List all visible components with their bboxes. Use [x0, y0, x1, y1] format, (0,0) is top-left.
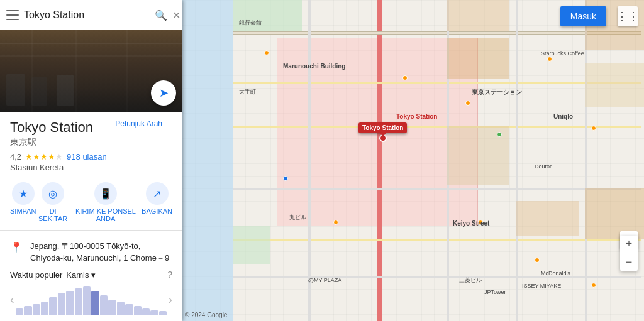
chart-bar-1 — [24, 306, 31, 315]
poi-10 — [591, 126, 596, 131]
send-label: KIRIM KE PONSEL ANDA — [70, 207, 142, 222]
building-block-6 — [585, 63, 644, 107]
rating-row: 4,2 ★★★★★ 918 ulasan — [10, 152, 172, 161]
poi-1 — [264, 50, 269, 55]
close-icon[interactable]: ✕ — [172, 9, 180, 21]
share-button[interactable]: ↗ BAGIKAN — [142, 182, 172, 222]
water-area — [182, 0, 233, 321]
review-count[interactable]: 918 ulasan — [67, 152, 107, 161]
road-h3 — [233, 126, 641, 128]
map-label-1: 銀行会館 — [239, 19, 262, 27]
chart-bar-4 — [49, 297, 57, 315]
info-list: 📍 Jepang, 〒100-0005 Tōkyō-to, Chiyoda-ku… — [0, 231, 182, 263]
zoom-in-button[interactable]: + — [620, 236, 638, 253]
road-h2 — [233, 82, 641, 84]
app-grid-icon[interactable]: ⋮⋮ — [618, 6, 638, 26]
star-rating: ★★★★★ — [25, 152, 63, 161]
chart-bar-17 — [159, 311, 167, 315]
times-navigation: ‹ › — [10, 283, 172, 315]
sidebar: 🔍 ✕ ➤ Tokyo Station — [0, 0, 182, 321]
masuk-button[interactable]: Masuk — [560, 6, 606, 26]
chart-next-arrow[interactable]: › — [168, 292, 172, 307]
map-label-2: 大手町 — [239, 88, 256, 96]
chart-bar-6 — [66, 291, 74, 315]
park-area-2 — [233, 226, 270, 264]
rating-value: 4,2 — [10, 152, 21, 161]
save-label: SIMPAN — [10, 207, 36, 215]
popularity-chart — [14, 283, 169, 315]
map-controls: + − — [620, 236, 638, 271]
place-type: Stasiun Kereta — [10, 163, 172, 172]
road-h5 — [233, 239, 641, 241]
map-area[interactable]: Tokyo Station 銀行会館 大手町 Marunouchi Buildi… — [182, 0, 644, 321]
map-pin[interactable]: Tokyo Station — [358, 122, 407, 142]
map-label-jp: JPTower — [484, 289, 506, 295]
building-block-4 — [516, 201, 579, 236]
road-h1 — [233, 31, 641, 35]
map-label-mitsubishi: 三菱ビル — [459, 276, 482, 285]
map-label-mcdonalds: McDonald's — [541, 270, 570, 276]
place-info: Tokyo Station 東京駅 Petunjuk Arah 4,2 ★★★★… — [0, 112, 182, 177]
map-label-starbucks: Starbucks Coffee — [541, 50, 584, 57]
poi-4 — [333, 220, 338, 225]
map-background: Tokyo Station 銀行会館 大手町 Marunouchi Buildi… — [182, 0, 644, 321]
address-text: Jepang, 〒100-0005 Tōkyō-to, Chiyoda-ku, … — [30, 241, 172, 263]
chart-bar-11 — [108, 300, 116, 315]
nearby-label: DI SEKITAR — [36, 207, 70, 222]
nearby-icon: ◎ — [42, 182, 64, 205]
search-bar: 🔍 ✕ — [0, 0, 182, 30]
poi-11 — [591, 283, 596, 288]
map-attribution: © 2024 Google — [185, 312, 227, 318]
popular-times-label: Waktu populer — [10, 270, 62, 280]
place-name-english: Tokyo Station — [10, 119, 93, 136]
pin-label: Tokyo Station — [358, 122, 407, 133]
save-icon: ★ — [12, 182, 35, 205]
directions-link[interactable]: Petunjuk Arah — [115, 119, 162, 128]
location-icon: 📍 — [10, 241, 23, 253]
chart-bar-2 — [33, 304, 40, 315]
search-icon[interactable]: 🔍 — [155, 9, 167, 21]
hamburger-icon[interactable] — [6, 9, 19, 21]
road-h6 — [233, 276, 641, 278]
road-v3 — [516, 0, 518, 321]
chart-bar-3 — [41, 302, 48, 315]
map-label-doutor: Doutor — [535, 163, 552, 170]
chart-bar-12 — [117, 302, 125, 315]
road-v1 — [308, 0, 311, 321]
place-name-japanese: 東京駅 — [10, 137, 93, 148]
map-label-marunouchi: Marunouchi Building — [283, 63, 345, 70]
share-label: BAGIKAN — [142, 207, 172, 215]
place-name-row: Tokyo Station 東京駅 Petunjuk Arah — [10, 119, 172, 148]
chart-bar-10 — [100, 295, 108, 315]
day-name: Kamis — [66, 270, 89, 280]
chart-bar-14 — [134, 306, 142, 315]
chart-prev-arrow[interactable]: ‹ — [10, 292, 14, 307]
chart-bar-9 — [91, 291, 99, 315]
building-block-1 — [447, 0, 509, 31]
popular-times-header: Waktu populer Kamis ▾ ? — [10, 269, 172, 280]
day-selector[interactable]: Kamis ▾ — [66, 270, 96, 280]
address-row: 📍 Jepang, 〒100-0005 Tōkyō-to, Chiyoda-ku… — [0, 236, 182, 263]
chart-bar-7 — [75, 288, 82, 315]
map-label-keiyo: Keiyo Street — [453, 220, 489, 227]
send-to-phone-button[interactable]: 📱 KIRIM KE PONSEL ANDA — [70, 182, 142, 222]
share-icon: ↗ — [146, 182, 169, 205]
poi-3 — [283, 176, 288, 181]
chart-bar-0 — [16, 308, 23, 315]
popular-times-section: Waktu populer Kamis ▾ ? ‹ › — [0, 263, 182, 321]
nearby-button[interactable]: ◎ DI SEKITAR — [36, 182, 70, 222]
chart-bar-8 — [83, 286, 91, 315]
popular-times-help-icon[interactable]: ? — [167, 269, 172, 280]
chevron-down-icon: ▾ — [91, 270, 96, 280]
zoom-out-button[interactable]: − — [620, 253, 638, 271]
action-buttons: ★ SIMPAN ◎ DI SEKITAR 📱 KIRIM KE PONSEL … — [0, 177, 182, 231]
poi-6 — [497, 132, 502, 137]
poi-5 — [465, 101, 470, 106]
map-label-issey: ISSEY MIYAKE — [522, 283, 561, 289]
search-input[interactable] — [24, 9, 150, 21]
map-label-3: 丸ビル — [289, 214, 306, 222]
directions-button[interactable]: ➤ — [151, 80, 176, 106]
chart-bar-13 — [125, 304, 133, 315]
save-button[interactable]: ★ SIMPAN — [10, 182, 36, 222]
chart-bar-16 — [150, 310, 158, 315]
